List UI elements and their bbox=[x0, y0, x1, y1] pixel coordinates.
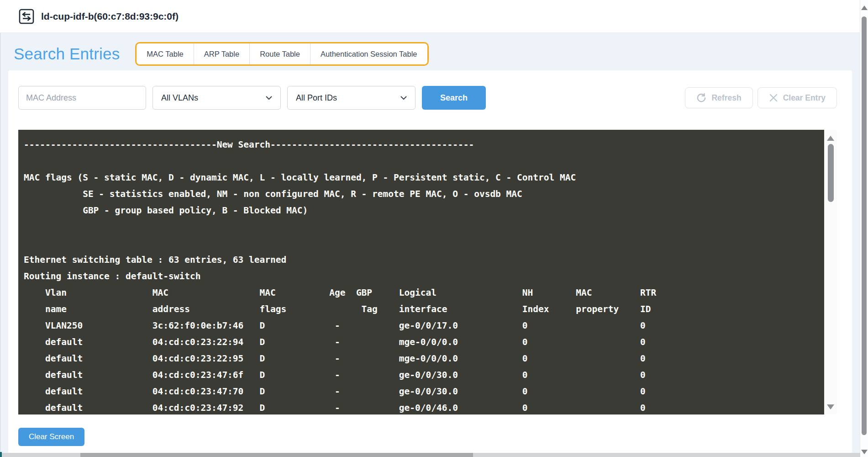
clear-entry-button[interactable]: Clear Entry bbox=[758, 87, 837, 108]
tab-route-table[interactable]: Route Table bbox=[249, 43, 310, 64]
mac-address-input[interactable] bbox=[18, 86, 146, 110]
refresh-icon bbox=[696, 93, 706, 103]
device-title: ld-cup-idf-b(60:c7:8d:93:9c:0f) bbox=[41, 11, 179, 22]
chevron-down-icon bbox=[400, 96, 407, 100]
page-horizontal-scrollbar-thumb[interactable] bbox=[80, 453, 473, 457]
page-vertical-scrollbar[interactable] bbox=[860, 0, 868, 457]
window-corner-accent bbox=[0, 452, 2, 457]
page-vertical-scrollbar-thumb[interactable] bbox=[862, 16, 867, 435]
refresh-label: Refresh bbox=[711, 93, 741, 103]
clear-entry-label: Clear Entry bbox=[783, 93, 826, 103]
page-horizontal-scrollbar[interactable] bbox=[0, 453, 860, 457]
tab-authentication-session-table[interactable]: Authentication Session Table bbox=[310, 43, 427, 64]
entry-actions: Refresh Clear Entry bbox=[685, 87, 837, 108]
chevron-down-icon bbox=[266, 96, 272, 100]
main-window: ld-cup-idf-b(60:c7:8d:93:9c:0f) Search E… bbox=[0, 0, 860, 453]
tab-arp-table[interactable]: ARP Table bbox=[194, 43, 249, 64]
page-scroll-down-arrow-icon[interactable] bbox=[861, 450, 868, 454]
tab-mac-table[interactable]: MAC Table bbox=[137, 43, 193, 64]
heading-row: Search Entries MAC Table ARP Table Route… bbox=[14, 40, 860, 68]
search-button[interactable]: Search bbox=[422, 86, 486, 110]
swap-arrows-icon bbox=[18, 8, 35, 25]
search-card: All VLANs All Port IDs Search Re bbox=[8, 70, 852, 453]
refresh-button[interactable]: Refresh bbox=[685, 87, 752, 108]
table-tabs-group: MAC Table ARP Table Route Table Authenti… bbox=[135, 42, 428, 66]
terminal-output-panel: ------------------------------------New … bbox=[18, 130, 837, 414]
close-x-icon bbox=[769, 93, 778, 102]
terminal-scrollbar[interactable] bbox=[824, 130, 837, 414]
port-id-select-value: All Port IDs bbox=[296, 93, 337, 103]
page-title: Search Entries bbox=[14, 45, 120, 63]
vlan-select-value: All VLANs bbox=[161, 93, 198, 103]
scroll-down-arrow-icon[interactable] bbox=[827, 404, 834, 409]
clear-screen-button[interactable]: Clear Screen bbox=[18, 428, 84, 446]
vlan-select[interactable]: All VLANs bbox=[153, 86, 281, 110]
top-bar: ld-cup-idf-b(60:c7:8d:93:9c:0f) bbox=[0, 0, 860, 33]
page-scroll-up-arrow-icon[interactable] bbox=[861, 5, 868, 10]
port-id-select[interactable]: All Port IDs bbox=[287, 86, 416, 110]
terminal-scrollbar-thumb[interactable] bbox=[828, 144, 834, 202]
terminal-text: ------------------------------------New … bbox=[18, 130, 824, 414]
search-controls-row: All VLANs All Port IDs Search Re bbox=[18, 86, 837, 110]
scroll-up-arrow-icon[interactable] bbox=[827, 136, 834, 141]
